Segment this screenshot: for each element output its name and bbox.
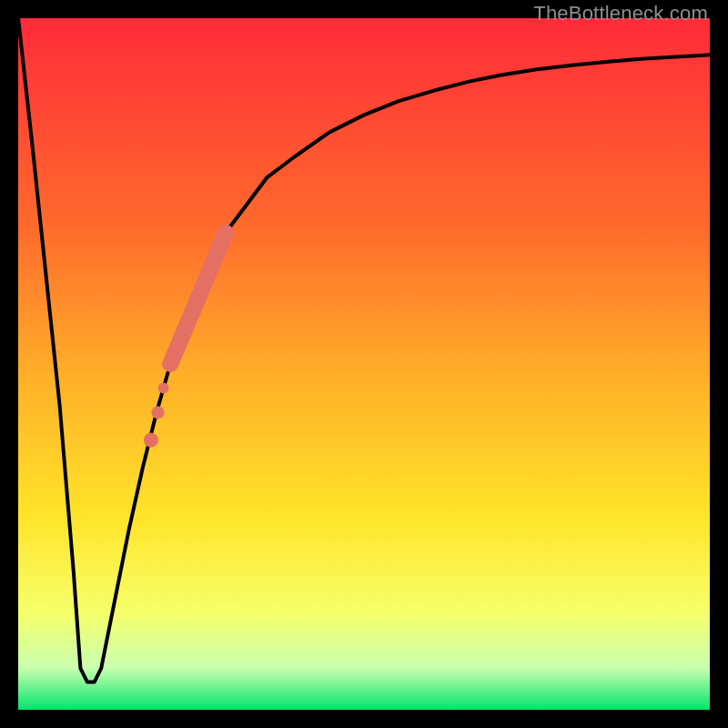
highlight-dot	[158, 383, 169, 394]
gradient-background	[18, 18, 710, 710]
chart-frame	[18, 18, 710, 710]
highlight-dot	[152, 406, 165, 419]
highlight-dot	[144, 433, 158, 448]
bottleneck-chart	[18, 18, 710, 710]
watermark-text: TheBottleneck.com	[533, 2, 708, 25]
